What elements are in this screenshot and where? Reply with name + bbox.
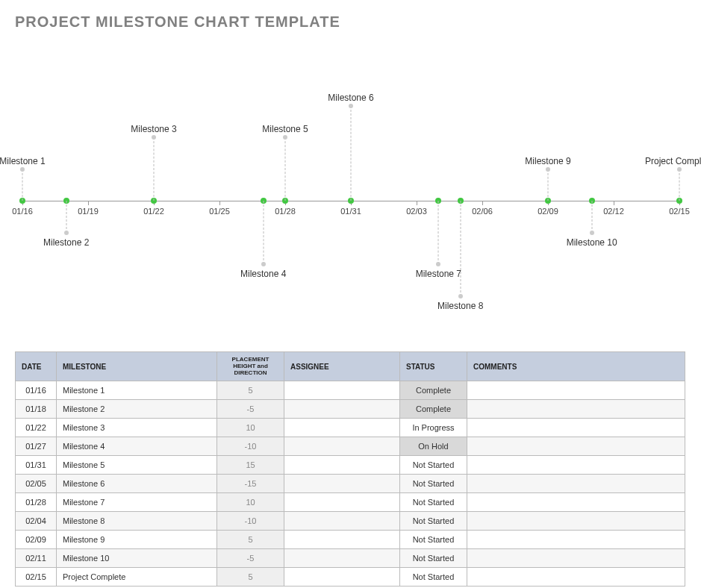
table-cell xyxy=(284,549,400,568)
table-cell: Milestone 1 xyxy=(57,381,217,400)
table-cell: 02/04 xyxy=(16,512,57,531)
table-cell: Complete xyxy=(400,400,467,419)
table-cell: Milestone 10 xyxy=(57,549,217,568)
chart-tick-label: 02/03 xyxy=(406,207,427,216)
table-cell: 01/27 xyxy=(16,437,57,456)
chart-tick xyxy=(417,201,417,205)
table-cell: 01/18 xyxy=(16,400,57,419)
table-row: 01/18Milestone 2-5Complete xyxy=(16,400,685,419)
milestone-end-dot xyxy=(283,135,287,140)
milestone-leader xyxy=(351,106,352,201)
table-cell xyxy=(467,437,685,456)
milestone-end-dot xyxy=(64,231,69,235)
table-cell: 01/22 xyxy=(16,419,57,437)
table-cell: 01/28 xyxy=(16,493,57,512)
table-cell xyxy=(467,549,685,568)
table-cell: On Hold xyxy=(400,437,467,456)
table-cell: Milestone 3 xyxy=(57,419,217,437)
table-row: 01/31Milestone 515Not Started xyxy=(16,456,685,475)
chart-tick xyxy=(614,201,614,205)
table-header-row: DATE MILESTONE PLACEMENT HEIGHT and DIRE… xyxy=(16,352,685,381)
milestone-leader xyxy=(548,169,549,201)
table-cell: Complete xyxy=(400,381,467,400)
milestone-leader xyxy=(263,201,264,264)
milestone-label: Milestone 9 xyxy=(525,156,570,166)
table-cell: 15 xyxy=(217,456,284,475)
table-cell: 02/05 xyxy=(16,475,57,493)
milestone-end-dot xyxy=(677,167,682,172)
table-cell xyxy=(284,568,400,587)
table-cell: -5 xyxy=(217,549,284,568)
table-cell: 02/09 xyxy=(16,531,57,549)
milestone-leader xyxy=(679,169,680,201)
col-status: STATUS xyxy=(400,352,467,381)
milestone-table: DATE MILESTONE PLACEMENT HEIGHT and DIRE… xyxy=(15,351,685,587)
chart-tick xyxy=(88,201,89,205)
table-row: 02/11Milestone 10-5Not Started xyxy=(16,549,685,568)
chart-tick-label: 01/31 xyxy=(340,207,361,216)
milestone-end-dot xyxy=(152,135,156,140)
milestone-leader xyxy=(66,201,66,233)
milestone-label: Milestone 2 xyxy=(43,237,89,248)
milestone-label: Milestone 8 xyxy=(437,301,483,311)
table-row: 02/15Project Complete5Not Started xyxy=(16,568,685,587)
chart-tick xyxy=(482,201,483,205)
table-cell: Not Started xyxy=(400,456,467,475)
table-cell xyxy=(467,419,685,437)
milestone-end-dot xyxy=(590,231,594,235)
milestone-label: Milestone 7 xyxy=(416,269,461,279)
table-row: 01/16Milestone 15Complete xyxy=(16,381,685,400)
milestone-end-dot xyxy=(436,262,440,266)
milestone-end-dot xyxy=(261,262,266,266)
milestone-table-wrap: DATE MILESTONE PLACEMENT HEIGHT and DIRE… xyxy=(15,351,686,587)
table-cell: 5 xyxy=(217,531,284,549)
table-body: 01/16Milestone 15Complete01/18Milestone … xyxy=(16,381,685,587)
table-cell xyxy=(284,475,400,493)
milestone-label: Milestone 10 xyxy=(567,237,617,248)
table-cell: 5 xyxy=(217,568,284,587)
milestone-label: Milestone 6 xyxy=(328,93,373,103)
table-cell xyxy=(467,475,685,493)
table-cell xyxy=(284,419,400,437)
table-cell: 01/16 xyxy=(16,381,57,400)
chart-tick-label: 01/25 xyxy=(209,207,230,216)
table-cell xyxy=(467,456,685,475)
table-row: 01/22Milestone 310In Progress xyxy=(16,419,685,437)
table-cell xyxy=(284,531,400,549)
table-cell xyxy=(284,400,400,419)
chart-tick-label: 02/12 xyxy=(603,207,624,216)
chart-tick xyxy=(219,201,220,205)
milestone-label: Milestone 3 xyxy=(131,124,176,134)
col-assignee: ASSIGNEE xyxy=(284,352,400,381)
col-milestone: MILESTONE xyxy=(57,352,217,381)
table-cell: Milestone 5 xyxy=(57,456,217,475)
milestone-end-dot xyxy=(20,167,25,172)
chart-tick-label: 01/16 xyxy=(12,207,33,216)
table-cell xyxy=(467,568,685,587)
table-row: 01/27Milestone 4-10On Hold xyxy=(16,437,685,456)
table-cell: 02/15 xyxy=(16,568,57,587)
table-cell xyxy=(284,456,400,475)
table-row: 02/04Milestone 8-10Not Started xyxy=(16,512,685,531)
table-cell xyxy=(467,493,685,512)
table-cell xyxy=(284,381,400,400)
table-cell xyxy=(284,493,400,512)
milestone-leader xyxy=(285,137,286,201)
table-cell xyxy=(467,512,685,531)
table-cell: 10 xyxy=(217,493,284,512)
chart-tick-label: 01/19 xyxy=(78,207,99,216)
table-cell: 10 xyxy=(217,419,284,437)
milestone-label: Milestone 1 xyxy=(0,156,46,166)
col-placement: PLACEMENT HEIGHT and DIRECTION xyxy=(217,352,284,381)
milestone-end-dot xyxy=(546,167,550,172)
milestone-leader xyxy=(438,201,439,264)
table-cell: -10 xyxy=(217,512,284,531)
milestone-leader xyxy=(154,137,155,201)
milestone-end-dot xyxy=(349,104,353,108)
table-cell: Not Started xyxy=(400,512,467,531)
col-comments: COMMENTS xyxy=(467,352,685,381)
chart-tick-label: 02/15 xyxy=(669,207,690,216)
milestone-end-dot xyxy=(458,294,463,298)
table-cell: Not Started xyxy=(400,549,467,568)
milestone-leader xyxy=(22,169,23,201)
